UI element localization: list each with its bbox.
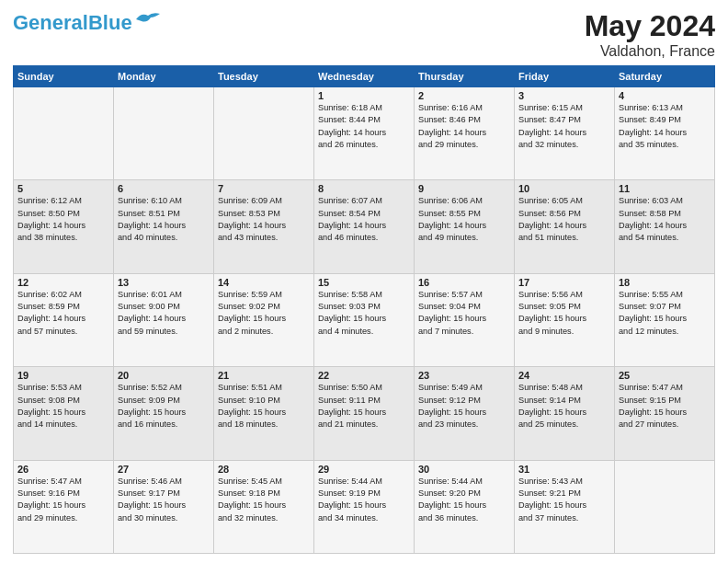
day-info: Sunrise: 6:18 AMSunset: 8:44 PMDaylight:… [318,102,410,151]
day-info: Sunrise: 6:10 AMSunset: 8:51 PMDaylight:… [118,195,210,244]
day-info-line: and 7 minutes. [418,326,510,338]
day-number: 2 [418,90,510,101]
day-info-line: Sunrise: 5:47 AM [619,382,711,394]
day-info-line: Sunset: 8:49 PM [619,114,711,126]
day-info-line: Sunrise: 6:09 AM [218,195,310,207]
calendar-cell: 30Sunrise: 5:44 AMSunset: 9:20 PMDayligh… [415,460,515,553]
day-info-line: Daylight: 15 hours [518,407,610,419]
day-info-line: Sunset: 9:16 PM [17,488,109,500]
day-info-line: Daylight: 15 hours [318,500,410,511]
day-number: 8 [318,183,410,194]
day-info-line: Daylight: 14 hours [619,220,711,232]
day-info-line: Sunset: 8:54 PM [318,208,410,220]
day-info-line: Sunset: 9:04 PM [418,301,510,313]
day-info-line: and 54 minutes. [619,232,711,244]
day-number: 3 [518,90,610,101]
calendar-cell: 21Sunrise: 5:51 AMSunset: 9:10 PMDayligh… [214,367,314,460]
day-number: 26 [17,464,109,475]
day-info-line: and 36 minutes. [418,512,510,524]
calendar-week-5: 26Sunrise: 5:47 AMSunset: 9:16 PMDayligh… [14,460,715,553]
day-info-line: Daylight: 15 hours [518,313,610,325]
day-info: Sunrise: 5:55 AMSunset: 9:07 PMDaylight:… [619,289,711,338]
day-info-line: Sunrise: 5:55 AM [619,289,711,301]
day-info-line: Sunrise: 5:44 AM [318,476,410,488]
day-number: 14 [218,277,310,288]
calendar-cell: 12Sunrise: 6:02 AMSunset: 8:59 PMDayligh… [14,273,114,366]
calendar-week-3: 12Sunrise: 6:02 AMSunset: 8:59 PMDayligh… [14,273,715,366]
day-number: 18 [619,277,711,288]
day-info-line: Sunset: 9:12 PM [418,395,510,407]
day-info-line: Daylight: 14 hours [17,313,109,325]
header: GeneralBlue May 2024 Valdahon, France [13,9,715,60]
calendar-cell: 17Sunrise: 5:56 AMSunset: 9:05 PMDayligh… [515,273,615,366]
day-info-line: Daylight: 14 hours [218,220,310,232]
day-info-line: and 32 minutes. [518,139,610,151]
logo-text: GeneralBlue [13,13,132,33]
day-number: 1 [318,90,410,101]
day-number: 10 [518,183,610,194]
calendar-cell: 29Sunrise: 5:44 AMSunset: 9:19 PMDayligh… [314,460,415,553]
calendar-cell: 23Sunrise: 5:49 AMSunset: 9:12 PMDayligh… [415,367,515,460]
day-info-line: Daylight: 14 hours [318,220,410,232]
day-info: Sunrise: 5:58 AMSunset: 9:03 PMDaylight:… [318,289,410,338]
day-info-line: Daylight: 15 hours [17,500,109,511]
day-number: 31 [518,464,610,475]
day-info-line: Sunrise: 5:44 AM [418,476,510,488]
weekday-header-sunday: Sunday [14,66,114,87]
day-info-line: Daylight: 14 hours [518,220,610,232]
calendar-cell: 11Sunrise: 6:03 AMSunset: 8:58 PMDayligh… [615,180,715,273]
day-info-line: Sunrise: 5:56 AM [518,289,610,301]
day-info-line: Daylight: 15 hours [218,407,310,419]
day-info-line: and 43 minutes. [218,232,310,244]
day-info-line: Sunset: 9:18 PM [218,488,310,500]
day-info-line: and 4 minutes. [318,326,410,338]
day-info-line: Daylight: 14 hours [318,127,410,139]
calendar-cell: 31Sunrise: 5:43 AMSunset: 9:21 PMDayligh… [515,460,615,553]
calendar-week-2: 5Sunrise: 6:12 AMSunset: 8:50 PMDaylight… [14,180,715,273]
day-info-line: Sunrise: 6:13 AM [619,102,711,114]
day-info-line: and 46 minutes. [318,232,410,244]
day-info-line: Daylight: 15 hours [619,313,711,325]
weekday-header-saturday: Saturday [615,66,715,87]
day-info-line: Sunset: 9:17 PM [118,488,210,500]
day-info-line: Daylight: 14 hours [418,127,510,139]
day-info-line: Daylight: 15 hours [218,313,310,325]
day-number: 5 [17,183,109,194]
calendar-cell: 4Sunrise: 6:13 AMSunset: 8:49 PMDaylight… [615,87,715,180]
day-info-line: and 12 minutes. [619,326,711,338]
day-info-line: Daylight: 14 hours [118,313,210,325]
day-number: 23 [418,370,510,381]
day-info: Sunrise: 6:13 AMSunset: 8:49 PMDaylight:… [619,102,711,151]
day-info: Sunrise: 6:02 AMSunset: 8:59 PMDaylight:… [17,289,109,338]
day-info-line: Sunset: 8:46 PM [418,114,510,126]
day-info-line: Sunrise: 6:07 AM [318,195,410,207]
day-info-line: Sunrise: 6:15 AM [518,102,610,114]
day-info-line: Daylight: 15 hours [318,313,410,325]
day-info-line: and 51 minutes. [518,232,610,244]
day-info: Sunrise: 5:47 AMSunset: 9:15 PMDaylight:… [619,382,711,431]
day-info-line: and 59 minutes. [118,326,210,338]
logo-bird-icon [134,10,162,29]
day-info-line: and 16 minutes. [118,419,210,431]
day-info: Sunrise: 5:45 AMSunset: 9:18 PMDaylight:… [218,476,310,524]
day-info-line: and 27 minutes. [619,419,711,431]
day-info-line: Daylight: 14 hours [17,220,109,232]
day-number: 7 [218,183,310,194]
day-info-line: Sunrise: 6:06 AM [418,195,510,207]
day-info-line: Sunrise: 5:51 AM [218,382,310,394]
day-info-line: and 32 minutes. [218,512,310,524]
day-info: Sunrise: 5:46 AMSunset: 9:17 PMDaylight:… [118,476,210,524]
day-info-line: Sunrise: 5:59 AM [218,289,310,301]
day-number: 24 [518,370,610,381]
day-info-line: and 26 minutes. [318,139,410,151]
day-info-line: Sunrise: 6:18 AM [318,102,410,114]
day-info-line: and 49 minutes. [418,232,510,244]
day-info: Sunrise: 5:51 AMSunset: 9:10 PMDaylight:… [218,382,310,431]
calendar-cell: 27Sunrise: 5:46 AMSunset: 9:17 PMDayligh… [114,460,214,553]
day-info-line: Daylight: 15 hours [17,407,109,419]
day-number: 16 [418,277,510,288]
day-info: Sunrise: 6:09 AMSunset: 8:53 PMDaylight:… [218,195,310,244]
day-info-line: and 23 minutes. [418,419,510,431]
calendar-cell [615,460,715,553]
day-info-line: and 37 minutes. [518,512,610,524]
